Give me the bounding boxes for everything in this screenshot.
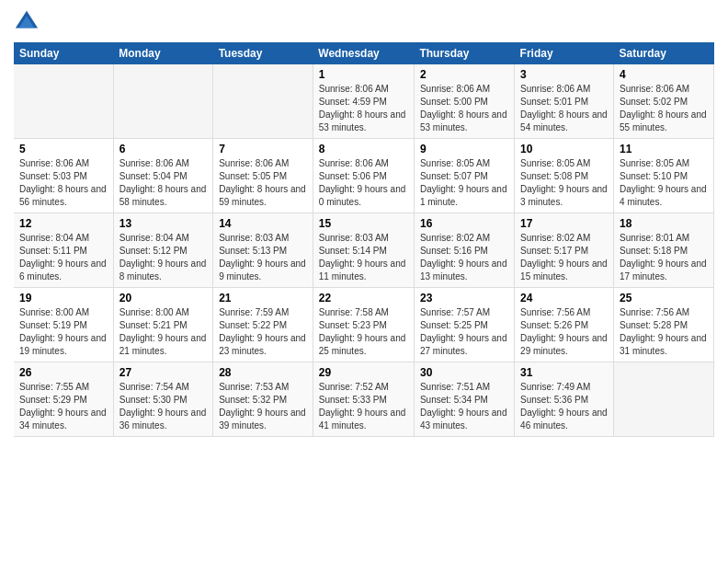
day-number: 17 <box>520 217 608 230</box>
day-number: 25 <box>620 292 708 304</box>
table-row: 2Sunrise: 8:06 AM Sunset: 5:00 PM Daylig… <box>414 64 514 139</box>
day-number: 2 <box>420 68 508 81</box>
day-info: Sunrise: 8:02 AM Sunset: 5:16 PM Dayligh… <box>420 232 508 283</box>
day-number: 28 <box>219 366 307 379</box>
day-info: Sunrise: 8:03 AM Sunset: 5:13 PM Dayligh… <box>219 232 307 283</box>
table-row: 7Sunrise: 8:06 AM Sunset: 5:05 PM Daylig… <box>213 139 313 213</box>
day-info: Sunrise: 8:06 AM Sunset: 5:02 PM Dayligh… <box>620 83 708 134</box>
table-row: 28Sunrise: 7:53 AM Sunset: 5:32 PM Dayli… <box>213 362 313 437</box>
table-row: 24Sunrise: 7:56 AM Sunset: 5:26 PM Dayli… <box>515 288 614 362</box>
table-row: 17Sunrise: 8:02 AM Sunset: 5:17 PM Dayli… <box>515 213 614 288</box>
day-info: Sunrise: 8:04 AM Sunset: 5:12 PM Dayligh… <box>119 232 207 283</box>
day-number: 1 <box>319 68 408 81</box>
day-number: 4 <box>620 68 708 81</box>
table-row: 20Sunrise: 8:00 AM Sunset: 5:21 PM Dayli… <box>113 288 212 362</box>
table-row: 30Sunrise: 7:51 AM Sunset: 5:34 PM Dayli… <box>414 362 514 437</box>
day-info: Sunrise: 8:05 AM Sunset: 5:10 PM Dayligh… <box>620 157 708 209</box>
day-info: Sunrise: 8:02 AM Sunset: 5:17 PM Dayligh… <box>520 232 608 283</box>
day-number: 27 <box>119 366 207 379</box>
table-row: 25Sunrise: 7:56 AM Sunset: 5:28 PM Dayli… <box>614 288 714 362</box>
day-info: Sunrise: 8:06 AM Sunset: 5:04 PM Dayligh… <box>119 157 207 209</box>
day-info: Sunrise: 7:49 AM Sunset: 5:36 PM Dayligh… <box>520 381 608 432</box>
table-row: 18Sunrise: 8:01 AM Sunset: 5:18 PM Dayli… <box>614 213 714 288</box>
calendar-week-row: 26Sunrise: 7:55 AM Sunset: 5:29 PM Dayli… <box>14 362 714 437</box>
day-info: Sunrise: 7:56 AM Sunset: 5:26 PM Dayligh… <box>520 306 608 358</box>
header-tuesday: Tuesday <box>213 42 313 64</box>
day-info: Sunrise: 8:03 AM Sunset: 5:14 PM Dayligh… <box>319 232 408 283</box>
day-info: Sunrise: 7:51 AM Sunset: 5:34 PM Dayligh… <box>420 381 508 432</box>
table-row: 3Sunrise: 8:06 AM Sunset: 5:01 PM Daylig… <box>515 64 614 139</box>
day-number: 3 <box>520 68 608 81</box>
table-row: 5Sunrise: 8:06 AM Sunset: 5:03 PM Daylig… <box>14 139 113 213</box>
table-row: 12Sunrise: 8:04 AM Sunset: 5:11 PM Dayli… <box>14 213 113 288</box>
day-info: Sunrise: 8:06 AM Sunset: 5:05 PM Dayligh… <box>219 157 307 209</box>
header-saturday: Saturday <box>614 42 714 64</box>
calendar-week-row: 5Sunrise: 8:06 AM Sunset: 5:03 PM Daylig… <box>14 139 714 213</box>
table-row: 15Sunrise: 8:03 AM Sunset: 5:14 PM Dayli… <box>313 213 414 288</box>
table-row: 26Sunrise: 7:55 AM Sunset: 5:29 PM Dayli… <box>14 362 113 437</box>
table-row: 29Sunrise: 7:52 AM Sunset: 5:33 PM Dayli… <box>313 362 414 437</box>
calendar-week-row: 1Sunrise: 8:06 AM Sunset: 4:59 PM Daylig… <box>14 64 714 139</box>
day-number: 7 <box>219 143 307 155</box>
table-row <box>14 64 113 139</box>
day-number: 23 <box>420 292 508 304</box>
day-number: 12 <box>19 217 108 230</box>
day-info: Sunrise: 8:00 AM Sunset: 5:19 PM Dayligh… <box>19 306 108 358</box>
day-info: Sunrise: 7:52 AM Sunset: 5:33 PM Dayligh… <box>319 381 408 432</box>
header-thursday: Thursday <box>414 42 514 64</box>
calendar-header-row: Sunday Monday Tuesday Wednesday Thursday… <box>14 42 714 64</box>
header-sunday: Sunday <box>14 42 113 64</box>
table-row: 4Sunrise: 8:06 AM Sunset: 5:02 PM Daylig… <box>614 64 714 139</box>
table-row: 16Sunrise: 8:02 AM Sunset: 5:16 PM Dayli… <box>414 213 514 288</box>
day-info: Sunrise: 8:06 AM Sunset: 5:00 PM Dayligh… <box>420 83 508 134</box>
day-number: 13 <box>119 217 207 230</box>
day-info: Sunrise: 7:56 AM Sunset: 5:28 PM Dayligh… <box>620 306 708 358</box>
day-info: Sunrise: 8:05 AM Sunset: 5:08 PM Dayligh… <box>520 157 608 209</box>
table-row: 14Sunrise: 8:03 AM Sunset: 5:13 PM Dayli… <box>213 213 313 288</box>
table-row: 23Sunrise: 7:57 AM Sunset: 5:25 PM Dayli… <box>414 288 514 362</box>
day-info: Sunrise: 8:06 AM Sunset: 4:59 PM Dayligh… <box>319 83 408 134</box>
table-row: 19Sunrise: 8:00 AM Sunset: 5:19 PM Dayli… <box>14 288 113 362</box>
day-number: 10 <box>520 143 608 155</box>
calendar-week-row: 19Sunrise: 8:00 AM Sunset: 5:19 PM Dayli… <box>14 288 714 362</box>
table-row: 6Sunrise: 8:06 AM Sunset: 5:04 PM Daylig… <box>113 139 212 213</box>
day-info: Sunrise: 7:58 AM Sunset: 5:23 PM Dayligh… <box>319 306 408 358</box>
day-info: Sunrise: 8:01 AM Sunset: 5:18 PM Dayligh… <box>620 232 708 283</box>
day-number: 15 <box>319 217 408 230</box>
day-number: 9 <box>420 143 508 155</box>
page-header <box>14 9 714 35</box>
day-number: 24 <box>520 292 608 304</box>
day-number: 29 <box>319 366 408 379</box>
table-row: 9Sunrise: 8:05 AM Sunset: 5:07 PM Daylig… <box>414 139 514 213</box>
day-number: 6 <box>119 143 207 155</box>
day-number: 19 <box>19 292 108 304</box>
day-number: 16 <box>420 217 508 230</box>
table-row: 1Sunrise: 8:06 AM Sunset: 4:59 PM Daylig… <box>313 64 414 139</box>
day-number: 31 <box>520 366 608 379</box>
table-row: 8Sunrise: 8:06 AM Sunset: 5:06 PM Daylig… <box>313 139 414 213</box>
day-info: Sunrise: 8:04 AM Sunset: 5:11 PM Dayligh… <box>19 232 108 283</box>
table-row: 11Sunrise: 8:05 AM Sunset: 5:10 PM Dayli… <box>614 139 714 213</box>
day-info: Sunrise: 8:00 AM Sunset: 5:21 PM Dayligh… <box>119 306 207 358</box>
day-number: 26 <box>19 366 108 379</box>
day-number: 22 <box>319 292 408 304</box>
table-row <box>614 362 714 437</box>
day-number: 8 <box>319 143 408 155</box>
table-row <box>213 64 313 139</box>
day-info: Sunrise: 8:06 AM Sunset: 5:03 PM Dayligh… <box>19 157 108 209</box>
calendar-week-row: 12Sunrise: 8:04 AM Sunset: 5:11 PM Dayli… <box>14 213 714 288</box>
header-monday: Monday <box>113 42 212 64</box>
day-info: Sunrise: 7:53 AM Sunset: 5:32 PM Dayligh… <box>219 381 307 432</box>
day-info: Sunrise: 8:05 AM Sunset: 5:07 PM Dayligh… <box>420 157 508 209</box>
table-row: 31Sunrise: 7:49 AM Sunset: 5:36 PM Dayli… <box>515 362 614 437</box>
header-wednesday: Wednesday <box>313 42 414 64</box>
logo-icon <box>14 9 40 35</box>
day-number: 21 <box>219 292 307 304</box>
table-row: 22Sunrise: 7:58 AM Sunset: 5:23 PM Dayli… <box>313 288 414 362</box>
day-number: 18 <box>620 217 708 230</box>
day-number: 5 <box>19 143 108 155</box>
table-row: 10Sunrise: 8:05 AM Sunset: 5:08 PM Dayli… <box>515 139 614 213</box>
day-number: 20 <box>119 292 207 304</box>
day-number: 14 <box>219 217 307 230</box>
calendar-table: Sunday Monday Tuesday Wednesday Thursday… <box>14 42 714 437</box>
